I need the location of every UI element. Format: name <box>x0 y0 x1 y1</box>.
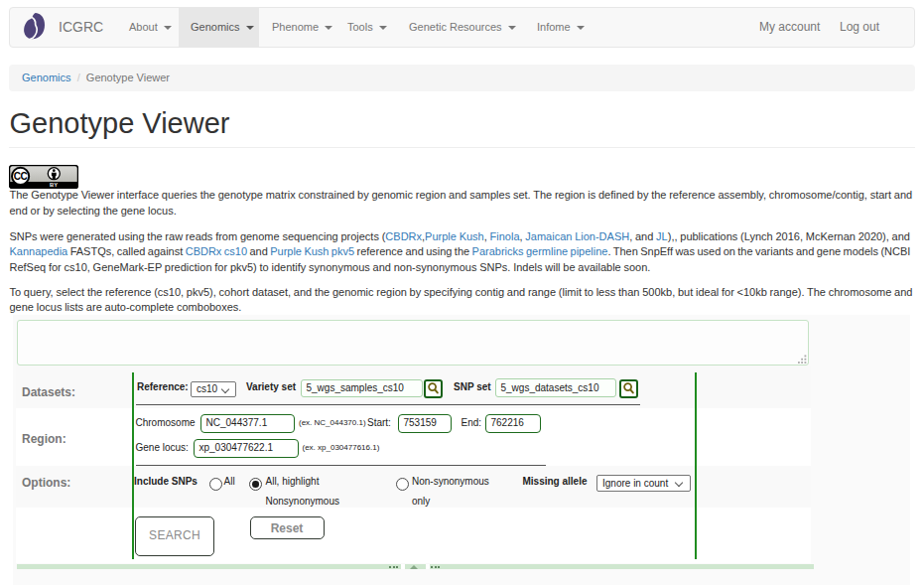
svg-text:CC: CC <box>14 171 28 182</box>
